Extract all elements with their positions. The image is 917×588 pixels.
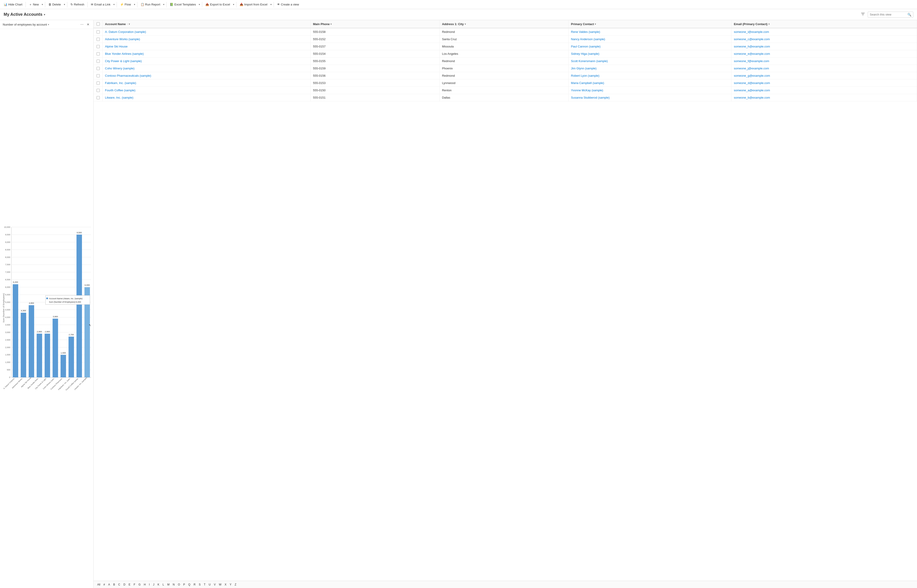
- footer-b-button[interactable]: B: [112, 583, 116, 586]
- footer-z-button[interactable]: Z: [233, 583, 237, 586]
- col-header-account-name[interactable]: Account Name ↑ ▾: [103, 20, 311, 28]
- footer-k-button[interactable]: K: [156, 583, 161, 586]
- col-header-primary-contact[interactable]: Primary Contact ▾: [569, 20, 732, 28]
- account-name-link[interactable]: A. Datum Corporation (sample): [105, 30, 146, 34]
- filter-email-icon[interactable]: ▾: [768, 23, 770, 25]
- col-header-address-city[interactable]: Address 1: City ▾: [440, 20, 569, 28]
- footer-m-button[interactable]: M: [166, 583, 171, 586]
- row-checkbox[interactable]: [97, 74, 100, 78]
- email-link[interactable]: someone_a@example.com: [734, 89, 770, 92]
- import-excel-dropdown-button[interactable]: ▾: [270, 2, 272, 6]
- col-header-main-phone[interactable]: Main Phone ▾: [311, 20, 439, 28]
- bar-4[interactable]: [45, 334, 50, 378]
- footer-o-button[interactable]: O: [177, 583, 181, 586]
- account-name-link[interactable]: Fourth Coffee (sample): [105, 89, 136, 92]
- new-button[interactable]: ＋ New: [27, 2, 40, 8]
- email-link[interactable]: someone_g@example.com: [734, 74, 770, 78]
- email-link-dropdown-button[interactable]: ▾: [113, 2, 115, 6]
- bar-5[interactable]: [52, 319, 58, 377]
- hide-chart-button[interactable]: 📊 Hide Chart: [2, 2, 24, 7]
- footer-a-button[interactable]: A: [107, 583, 111, 586]
- bar-7[interactable]: [68, 337, 74, 378]
- search-input[interactable]: [870, 13, 906, 16]
- footer-f-button[interactable]: F: [132, 583, 136, 586]
- email-link[interactable]: someone_d@example.com: [734, 81, 770, 85]
- filter-button[interactable]: [860, 11, 866, 18]
- search-box[interactable]: 🔍: [868, 11, 913, 18]
- email-link[interactable]: someone_h@example.com: [734, 45, 770, 48]
- excel-templates-button[interactable]: 📗 Excel Templates: [168, 2, 198, 7]
- col-header-email[interactable]: Email (Primary Contact) ▾: [731, 20, 917, 28]
- bar-8[interactable]: [76, 235, 82, 377]
- email-link[interactable]: someone_i@example.com: [734, 30, 769, 34]
- footer-d-button[interactable]: D: [122, 583, 127, 586]
- footer-e-button[interactable]: E: [127, 583, 132, 586]
- footer-v-button[interactable]: V: [213, 583, 217, 586]
- footer-i-button[interactable]: I: [148, 583, 151, 586]
- filter-account-name-icon[interactable]: ▾: [129, 23, 130, 25]
- filter-address-city-icon[interactable]: ▾: [465, 23, 466, 25]
- export-excel-button[interactable]: 📤 Export to Excel: [203, 2, 232, 7]
- row-checkbox[interactable]: [97, 89, 100, 92]
- filter-primary-contact-icon[interactable]: ▾: [595, 23, 596, 25]
- chart-more-button[interactable]: ⋯: [79, 22, 85, 27]
- chart-title[interactable]: Number of employees by account ▾: [3, 23, 49, 26]
- row-checkbox[interactable]: [97, 52, 100, 55]
- footer-r-button[interactable]: R: [192, 583, 197, 586]
- footer-all-button[interactable]: All: [96, 583, 102, 586]
- footer-q-button[interactable]: Q: [187, 583, 192, 586]
- primary-contact-link[interactable]: Nancy Anderson (sample): [571, 37, 605, 41]
- email-link[interactable]: someone_j@example.com: [734, 67, 769, 70]
- footer-j-button[interactable]: J: [152, 583, 156, 586]
- create-view-button[interactable]: 👁 Create a view: [275, 2, 301, 7]
- email-link-button[interactable]: ✉ Email a Link: [89, 2, 112, 7]
- primary-contact-link[interactable]: Yvonne McKay (sample): [571, 89, 603, 92]
- footer-n-button[interactable]: N: [171, 583, 176, 586]
- email-link[interactable]: someone_e@example.com: [734, 52, 770, 55]
- footer-t-button[interactable]: T: [202, 583, 207, 586]
- primary-contact-link[interactable]: Sidney Higa (sample): [571, 52, 599, 55]
- new-dropdown-button[interactable]: ▾: [41, 2, 44, 6]
- primary-contact-link[interactable]: Rene Valdes (sample): [571, 30, 600, 34]
- bar-0[interactable]: [13, 284, 18, 377]
- page-title-dropdown-icon[interactable]: ▾: [44, 13, 45, 16]
- run-report-button[interactable]: 📋 Run Report: [139, 2, 162, 7]
- footer-g-button[interactable]: G: [137, 583, 142, 586]
- row-checkbox[interactable]: [97, 45, 100, 48]
- footer-p-button[interactable]: P: [182, 583, 186, 586]
- flow-dropdown-button[interactable]: ▾: [133, 2, 136, 6]
- refresh-button[interactable]: ↻ Refresh: [69, 2, 86, 7]
- footer-s-button[interactable]: S: [197, 583, 202, 586]
- flow-button[interactable]: ⚡ Flow: [118, 2, 132, 7]
- delete-button[interactable]: 🗑 Delete: [47, 2, 63, 7]
- bar-3[interactable]: [37, 334, 42, 378]
- primary-contact-link[interactable]: Jim Glynn (sample): [571, 67, 597, 70]
- account-name-link[interactable]: Adventure Works (sample): [105, 37, 140, 41]
- footer-y-button[interactable]: Y: [228, 583, 233, 586]
- account-name-link[interactable]: Litware, Inc. (sample): [105, 96, 133, 99]
- footer-l-button[interactable]: L: [161, 583, 165, 586]
- filter-main-phone-icon[interactable]: ▾: [331, 23, 332, 25]
- row-checkbox[interactable]: [97, 31, 100, 34]
- row-checkbox[interactable]: [97, 81, 100, 85]
- footer-x-button[interactable]: X: [223, 583, 228, 586]
- bar-6[interactable]: [60, 355, 66, 377]
- account-name-link[interactable]: Contoso Pharmaceuticals (sample): [105, 74, 151, 78]
- run-report-dropdown-button[interactable]: ▾: [163, 2, 165, 6]
- primary-contact-link[interactable]: Paul Cannon (sample): [571, 45, 601, 48]
- row-checkbox[interactable]: [97, 60, 100, 63]
- primary-contact-link[interactable]: Scott Konersmann (sample): [571, 59, 608, 63]
- account-name-link[interactable]: Coho Winery (sample): [105, 67, 134, 70]
- email-link[interactable]: someone_b@example.com: [734, 96, 770, 99]
- footer-w-button[interactable]: W: [218, 583, 223, 586]
- footer-u-button[interactable]: U: [207, 583, 212, 586]
- email-link[interactable]: someone_f@example.com: [734, 59, 769, 63]
- email-link[interactable]: someone_c@example.com: [734, 37, 770, 41]
- export-excel-dropdown-button[interactable]: ▾: [232, 2, 235, 6]
- footer-h-button[interactable]: H: [142, 583, 147, 586]
- primary-contact-link[interactable]: Maria Campbell (sample): [571, 81, 604, 85]
- delete-dropdown-button[interactable]: ▾: [63, 2, 66, 6]
- primary-contact-link[interactable]: Robert Lyon (sample): [571, 74, 599, 78]
- select-all-checkbox[interactable]: [97, 23, 100, 26]
- account-name-link[interactable]: City Power & Light (sample): [105, 59, 142, 63]
